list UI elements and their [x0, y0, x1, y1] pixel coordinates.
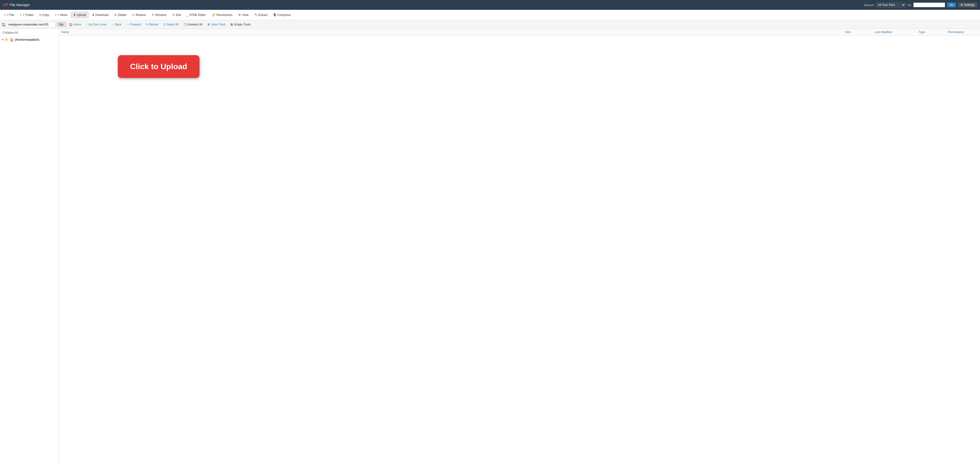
search-go-button[interactable]: Go [947, 2, 956, 7]
extract-button-label: Extract [258, 13, 267, 17]
reload-label: Reload [149, 23, 158, 26]
delete-button-label: Delete [118, 13, 126, 17]
compress-button[interactable]: 🗜 Compress [270, 12, 293, 18]
file-content-area: Click to Upload [59, 36, 980, 465]
main-container: Collapse All + 📁 🏠 (/home/meyaddzh) Name… [0, 29, 980, 465]
collapse-all-button[interactable]: Collapse All [0, 29, 59, 37]
new-folder-button[interactable]: + + Folder [18, 12, 36, 18]
reload-button[interactable]: ↻ Reload [144, 22, 160, 27]
empty-trash-button[interactable]: 🗑 Empty Trash [228, 22, 253, 27]
compress-icon: 🗜 [273, 13, 276, 17]
reload-icon: ↻ [146, 23, 148, 26]
copy-button[interactable]: ⎘ Copy [37, 12, 52, 18]
up-one-level-button[interactable]: ↑ Up One Level [84, 22, 108, 27]
rename-button[interactable]: ✎ Rename [149, 12, 169, 18]
forward-arrow-icon: → [126, 23, 129, 26]
back-button[interactable]: ← Back [109, 22, 123, 27]
checkbox-icon: ☑ [163, 23, 166, 26]
home-nav-button[interactable]: 🏠 Home [67, 22, 83, 27]
file-list-header: Name Size Last Modified Type Permissions [59, 29, 980, 36]
html-editor-icon: ⎯ [187, 13, 188, 17]
app-title: File Manager [10, 3, 30, 7]
delete-icon: ✕ [115, 13, 117, 17]
copy-icon: ⎘ [40, 13, 41, 17]
up-one-level-label: Up One Level [88, 23, 106, 26]
upload-icon: ⬆ [73, 13, 76, 17]
html-editor-button[interactable]: ⎯ HTML Editor [184, 12, 208, 18]
forward-label: Forward [130, 23, 141, 26]
delete-button[interactable]: ✕ Delete [111, 12, 129, 18]
home-icon: 🏠 [69, 23, 73, 26]
click-to-upload-banner[interactable]: Click to Upload [118, 55, 199, 78]
home-nav-label: Home [73, 23, 81, 26]
forward-button[interactable]: → Forward [124, 22, 143, 27]
back-arrow-icon: ← [111, 23, 114, 26]
plus-icon: + [4, 13, 6, 17]
copy-button-label: Copy [42, 13, 49, 17]
view-trash-label: View Trash [211, 23, 226, 26]
type-column-header[interactable]: Type [919, 30, 948, 34]
html-editor-button-label: HTML Editor [189, 13, 206, 17]
extract-icon: ⛏ [255, 13, 258, 17]
select-all-label: Select All [167, 23, 179, 26]
top-bar: cP File Manager Search All Your Files Cu… [0, 0, 980, 10]
name-column-header[interactable]: Name [61, 30, 845, 34]
cpanel-logo: cP [3, 2, 8, 8]
up-arrow-icon: ↑ [86, 23, 88, 26]
trash-icon: 🗑 [207, 23, 210, 26]
upload-button[interactable]: ⬆ Upload [71, 12, 89, 18]
edit-button-label: Edit [176, 13, 181, 17]
sidebar-item-label: (/home/meyaddzh) [15, 38, 39, 41]
compress-button-label: Compress [277, 13, 291, 17]
empty-trash-label: Empty Trash [234, 23, 251, 26]
address-bar: 🏠 Go 🏠 Home ↑ Up One Level ← Back → Forw… [0, 20, 980, 29]
edit-icon: ✎ [172, 13, 175, 17]
search-for-label: for [908, 3, 911, 7]
address-input[interactable] [6, 22, 56, 27]
last-modified-column-header[interactable]: Last Modified [875, 30, 919, 34]
extract-button[interactable]: ⛏ Extract [252, 12, 270, 18]
size-column-header[interactable]: Size [845, 30, 875, 34]
upload-button-label: Upload [77, 13, 86, 17]
empty-trash-icon: 🗑 [231, 23, 233, 26]
unselect-all-button[interactable]: ☐ Unselect All [182, 22, 205, 27]
move-button-label: + Move [58, 13, 67, 17]
home-folder-icon: 🏠 [10, 38, 14, 42]
top-bar-left: cP File Manager [3, 2, 30, 8]
folder-icon: 📁 [5, 38, 9, 42]
view-button[interactable]: 👁 View [235, 12, 251, 18]
search-label: Search [864, 3, 874, 7]
view-button-label: View [242, 13, 248, 17]
move-button[interactable]: + + Move [52, 12, 70, 18]
move-icon: + [55, 13, 57, 17]
restore-button[interactable]: ↩ Restore [130, 12, 149, 18]
expand-icon: + [2, 38, 4, 41]
select-all-button[interactable]: ☑ Select All [161, 22, 181, 27]
settings-button[interactable]: ⚙ Settings [958, 2, 977, 7]
rename-icon: ✎ [152, 13, 154, 17]
folder-plus-icon: + [20, 13, 22, 17]
folder-button-label: + Folder [23, 13, 33, 17]
uncheck-icon: ☐ [184, 23, 186, 26]
sidebar-tree-item[interactable]: + 📁 🏠 (/home/meyaddzh) [0, 37, 59, 43]
top-bar-right: Search All Your Files Current Directory … [864, 2, 977, 8]
new-file-button[interactable]: + + File [2, 12, 17, 18]
file-button-label: + File [7, 13, 14, 17]
download-button[interactable]: ⬇ Download [89, 12, 111, 18]
view-icon: 👁 [238, 13, 241, 17]
search-scope-select[interactable]: All Your Files Current Directory File Co… [876, 2, 906, 8]
address-go-button[interactable]: Go [57, 22, 66, 27]
view-trash-button[interactable]: 🗑 View Trash [205, 22, 228, 27]
permissions-button[interactable]: 🔑 Permissions [209, 12, 235, 18]
restore-icon: ↩ [132, 13, 135, 17]
sidebar: Collapse All + 📁 🏠 (/home/meyaddzh) [0, 29, 59, 465]
unselect-all-label: Unselect All [187, 23, 203, 26]
search-input[interactable] [913, 2, 945, 7]
edit-button[interactable]: ✎ Edit [170, 12, 183, 18]
file-area: Name Size Last Modified Type Permissions… [59, 29, 980, 465]
permissions-icon: 🔑 [212, 13, 215, 17]
toolbar: + + File + + Folder ⎘ Copy + + Move ⬆ Up… [0, 10, 980, 20]
address-bar-icon: 🏠 [2, 22, 6, 27]
download-button-label: Download [95, 13, 108, 17]
permissions-column-header[interactable]: Permissions [948, 30, 978, 34]
